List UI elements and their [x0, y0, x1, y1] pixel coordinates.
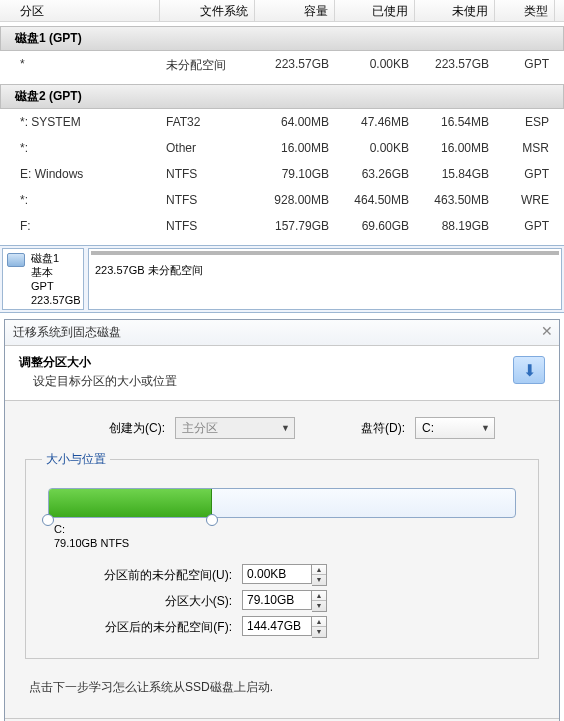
slider-track	[48, 488, 516, 518]
table-row[interactable]: *:NTFS928.00MB464.50MB463.50MBWRE	[0, 187, 564, 213]
col-filesystem[interactable]: 文件系统	[160, 0, 255, 21]
size-position-group: 大小与位置 C: 79.10GB NTFS 分区前的未分配空间(U): ▲	[25, 451, 539, 659]
dialog-titlebar: 迁移系统到固态磁盘 ✕	[5, 320, 559, 346]
table-row[interactable]: *:Other16.00MB0.00KB16.00MBMSR	[0, 135, 564, 161]
disk-space[interactable]: 223.57GB 未分配空间	[88, 248, 562, 310]
disk-map: 磁盘1 基本 GPT 223.57GB 223.57GB 未分配空间	[0, 245, 564, 313]
col-type[interactable]: 类型	[495, 0, 555, 21]
after-spinner[interactable]: ▲▼	[242, 616, 327, 638]
slider-labels: C: 79.10GB NTFS	[54, 522, 516, 550]
migrate-dialog: 迁移系统到固态磁盘 ✕ 调整分区大小 设定目标分区的大小或位置 创建为(C): …	[4, 319, 560, 721]
drive-label: 盘符(D):	[295, 420, 415, 437]
slider-line1: C:	[54, 522, 516, 536]
hint-text: 点击下一步学习怎么让系统从SSD磁盘上启动.	[29, 679, 539, 696]
partition-table-body: 磁盘1 (GPT)*未分配空间223.57GB0.00KB223.57GBGPT…	[0, 26, 564, 239]
table-row[interactable]: F:NTFS157.79GB69.60GB88.19GBGPT	[0, 213, 564, 239]
download-icon	[513, 356, 545, 384]
partition-slider[interactable]: C: 79.10GB NTFS	[48, 488, 516, 550]
slider-fill	[49, 489, 212, 517]
partition-table-header: 分区 文件系统 容量 已使用 未使用 类型	[0, 0, 564, 22]
create-as-dropdown[interactable]: 主分区 ▼	[175, 417, 295, 439]
col-used[interactable]: 已使用	[335, 0, 415, 21]
dialog-header-sub: 设定目标分区的大小或位置	[19, 373, 545, 390]
slider-line2: 79.10GB NTFS	[54, 536, 516, 550]
close-icon[interactable]: ✕	[541, 323, 553, 339]
table-group[interactable]: 磁盘1 (GPT)	[0, 26, 564, 51]
col-unused[interactable]: 未使用	[415, 0, 495, 21]
spin-down-icon[interactable]: ▼	[312, 601, 326, 611]
slider-handle-left[interactable]	[42, 514, 54, 526]
size-input[interactable]	[242, 590, 312, 610]
before-spinner[interactable]: ▲▼	[242, 564, 327, 586]
disk-scheme: 基本 GPT	[31, 265, 77, 293]
disk-icon	[7, 253, 25, 267]
table-row[interactable]: E: WindowsNTFS79.10GB63.26GB15.84GBGPT	[0, 161, 564, 187]
disk-info[interactable]: 磁盘1 基本 GPT 223.57GB	[2, 248, 84, 310]
disk-size: 223.57GB	[31, 293, 77, 307]
size-fields: 分区前的未分配空间(U): ▲▼ 分区大小(S): ▲▼ 分区后的未分配空间(F…	[42, 564, 522, 638]
create-as-value: 主分区	[182, 420, 218, 437]
table-row[interactable]: *未分配空间223.57GB0.00KB223.57GBGPT	[0, 51, 564, 80]
spin-up-icon[interactable]: ▲	[312, 565, 326, 575]
disk-space-label: 223.57GB 未分配空间	[95, 264, 203, 276]
chevron-down-icon: ▼	[481, 423, 490, 433]
spin-up-icon[interactable]: ▲	[312, 617, 326, 627]
dialog-header: 调整分区大小 设定目标分区的大小或位置	[5, 346, 559, 401]
spin-down-icon[interactable]: ▼	[312, 575, 326, 585]
size-spinner[interactable]: ▲▼	[242, 590, 327, 612]
col-capacity[interactable]: 容量	[255, 0, 335, 21]
after-label: 分区后的未分配空间(F):	[42, 619, 242, 636]
dialog-body: 创建为(C): 主分区 ▼ 盘符(D): C: ▼ 大小与位置 C:	[5, 401, 559, 718]
drive-dropdown[interactable]: C: ▼	[415, 417, 495, 439]
col-partition[interactable]: 分区	[0, 0, 160, 21]
dialog-title: 迁移系统到固态磁盘	[13, 325, 121, 339]
after-input[interactable]	[242, 616, 312, 636]
spin-up-icon[interactable]: ▲	[312, 591, 326, 601]
before-input[interactable]	[242, 564, 312, 584]
create-as-row: 创建为(C): 主分区 ▼ 盘符(D): C: ▼	[25, 417, 539, 439]
chevron-down-icon: ▼	[281, 423, 290, 433]
group-legend: 大小与位置	[42, 451, 110, 468]
disk-name: 磁盘1	[31, 251, 77, 265]
create-as-label: 创建为(C):	[25, 420, 175, 437]
slider-handle-right[interactable]	[206, 514, 218, 526]
table-group[interactable]: 磁盘2 (GPT)	[0, 84, 564, 109]
drive-value: C:	[422, 421, 434, 435]
before-label: 分区前的未分配空间(U):	[42, 567, 242, 584]
dialog-header-title: 调整分区大小	[19, 354, 545, 371]
table-row[interactable]: *: SYSTEMFAT3264.00MB47.46MB16.54MBESP	[0, 109, 564, 135]
spin-down-icon[interactable]: ▼	[312, 627, 326, 637]
size-label: 分区大小(S):	[42, 593, 242, 610]
